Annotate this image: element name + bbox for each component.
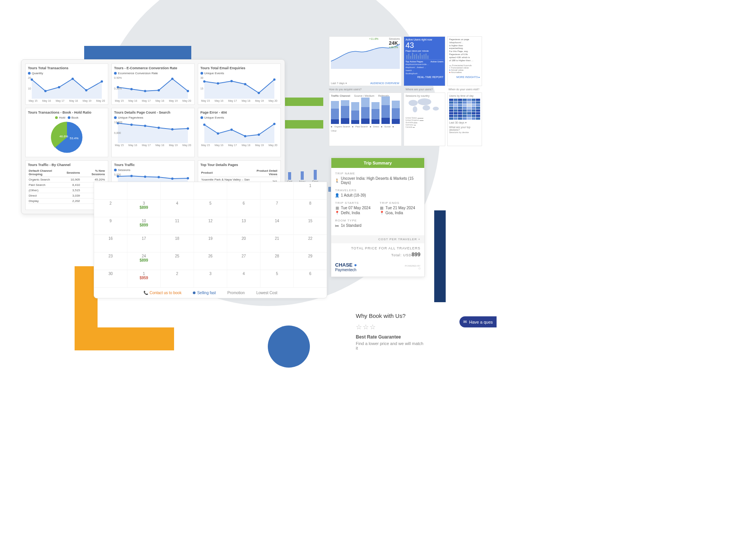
svg-point-12 bbox=[409, 100, 418, 106]
svg-point-34 bbox=[273, 78, 275, 81]
calendar-day[interactable]: 12 bbox=[194, 217, 227, 234]
svg-point-19 bbox=[58, 86, 60, 88]
svg-point-18 bbox=[44, 90, 47, 92]
calendar-day[interactable]: 9 bbox=[94, 217, 127, 234]
card-transactions: Tours Total Transactions Quantity 2010 M… bbox=[25, 63, 108, 105]
calendar-day[interactable]: 5 bbox=[261, 270, 294, 287]
svg-point-26 bbox=[158, 89, 160, 91]
calendar-day[interactable]: 15 bbox=[294, 217, 327, 234]
calendar-day[interactable]: 4 bbox=[227, 270, 261, 287]
svg-point-30 bbox=[217, 82, 219, 85]
tab-traffic[interactable]: Traffic Channel bbox=[331, 94, 350, 97]
svg-point-47 bbox=[244, 135, 246, 137]
svg-point-44 bbox=[203, 124, 205, 126]
calendar-day[interactable]: 1$959 bbox=[127, 270, 161, 287]
svg-point-49 bbox=[273, 123, 275, 125]
svg-point-42 bbox=[171, 128, 174, 130]
svg-rect-6 bbox=[418, 55, 419, 59]
svg-rect-3 bbox=[412, 53, 413, 59]
svg-point-52 bbox=[144, 176, 147, 178]
cost-toggle[interactable]: COST PER TRAVELER + bbox=[331, 235, 424, 243]
calendar-day[interactable]: 23 bbox=[94, 252, 127, 270]
calendar-day[interactable]: 17 bbox=[127, 235, 161, 252]
audience-link[interactable]: AUDIENCE OVERVIEW bbox=[370, 82, 399, 85]
calendar-day[interactable]: 7 bbox=[261, 200, 294, 217]
calendar-day[interactable]: 25 bbox=[161, 252, 194, 270]
decorative-orange bbox=[75, 327, 174, 350]
mini-chart: Oct Nov Dec bbox=[287, 164, 318, 184]
promotion-label: Promotion bbox=[227, 291, 245, 295]
calendar-day[interactable]: 11 bbox=[161, 217, 194, 234]
calendar-day[interactable]: 22 bbox=[294, 235, 327, 252]
svg-rect-11 bbox=[427, 55, 428, 59]
svg-rect-8 bbox=[422, 55, 423, 59]
calendar-day[interactable]: 2 bbox=[161, 270, 194, 287]
decorative-circle bbox=[268, 326, 310, 368]
section-title: Why Book with Us? bbox=[356, 313, 425, 319]
calendar-day[interactable]: 6 bbox=[227, 200, 261, 217]
svg-point-46 bbox=[230, 129, 233, 131]
calendar-day[interactable]: 8 bbox=[294, 200, 327, 217]
calendar-day[interactable]: 4 bbox=[161, 200, 194, 217]
calendar-day[interactable]: 26 bbox=[194, 252, 227, 270]
calendar-day[interactable]: 10$899 bbox=[127, 217, 161, 234]
chase-logo: CHASE ●Paymentech bbox=[335, 262, 357, 272]
svg-point-31 bbox=[230, 80, 233, 82]
svg-point-29 bbox=[203, 80, 205, 83]
svg-point-51 bbox=[130, 175, 133, 177]
tab-source[interactable]: Source / Medium bbox=[354, 94, 375, 97]
calendar-day[interactable]: 28 bbox=[261, 252, 294, 270]
svg-point-22 bbox=[101, 80, 103, 83]
svg-point-24 bbox=[130, 88, 133, 90]
calendar-day[interactable]: 18 bbox=[161, 235, 194, 252]
card-title: Tours Total Transactions bbox=[28, 66, 106, 70]
calendar-day[interactable]: 29 bbox=[294, 252, 327, 270]
decorative-green bbox=[285, 98, 323, 106]
calendar-day[interactable]: 6 bbox=[294, 270, 327, 287]
selling-fast-label: Selling fast bbox=[193, 291, 216, 295]
calendar-day[interactable]: 14 bbox=[261, 217, 294, 234]
date-range-select[interactable]: Last 7 days ▾ bbox=[331, 82, 347, 85]
svg-point-16 bbox=[413, 106, 417, 112]
analytics-panel: Sessions24K+28.5% +11.8% Last 7 days ▾AU… bbox=[329, 36, 482, 159]
calendar-day[interactable]: 5 bbox=[194, 200, 227, 217]
calendar-day[interactable]: 27 bbox=[227, 252, 261, 270]
svg-point-15 bbox=[433, 107, 439, 111]
svg-point-48 bbox=[257, 133, 260, 136]
person-icon: 👤 bbox=[335, 194, 339, 197]
phone-icon: 📞 bbox=[143, 291, 148, 295]
realtime-link[interactable]: REAL-TIME REPORT bbox=[406, 76, 443, 78]
card-enquiries: Tours Total Email Enquiries Unique Event… bbox=[198, 63, 281, 105]
calendar-day[interactable]: 21 bbox=[261, 235, 294, 252]
svg-point-32 bbox=[244, 83, 246, 85]
calendar-legend: 📞Contact us to book Selling fast Promoti… bbox=[94, 288, 327, 298]
calendar-day[interactable]: 30 bbox=[94, 270, 127, 287]
calendar-day[interactable]: 2 bbox=[94, 200, 127, 217]
calendar-day[interactable]: 19 bbox=[194, 235, 227, 252]
panel-title: Trip Summary bbox=[331, 158, 424, 168]
calendar-day[interactable]: 13 bbox=[227, 217, 261, 234]
calendar-day[interactable]: 3$899 bbox=[127, 200, 161, 217]
calendar-day[interactable]: 16 bbox=[94, 235, 127, 252]
chat-button[interactable]: ✉ Have a ques bbox=[459, 316, 497, 327]
card-pie: Tours Transactions - Book - Hold Ratio H… bbox=[25, 108, 108, 157]
star-rating: ☆☆☆ bbox=[356, 323, 425, 331]
svg-rect-0 bbox=[406, 55, 407, 59]
date-range-select[interactable]: Last 30 days ▾ bbox=[449, 120, 480, 124]
calendar-day[interactable]: 3 bbox=[194, 270, 227, 287]
svg-point-21 bbox=[85, 89, 87, 91]
calendar-day[interactable]: 20 bbox=[227, 235, 261, 252]
decorative-bar bbox=[434, 210, 446, 302]
contact-link[interactable]: 📞Contact us to book bbox=[143, 291, 181, 295]
feature-text: Find a lower price and we will match it bbox=[356, 341, 425, 350]
calendar-day[interactable]: 24$899 bbox=[127, 252, 161, 270]
svg-rect-5 bbox=[416, 54, 417, 59]
svg-point-33 bbox=[257, 92, 260, 94]
svg-point-55 bbox=[187, 177, 189, 179]
card-404: Page Error - 404 Unique Events May 15May… bbox=[198, 108, 281, 157]
insights-link[interactable]: MORE INSIGHTS ▸ bbox=[449, 76, 480, 79]
calendar-day[interactable]: 1 bbox=[294, 182, 327, 199]
svg-point-39 bbox=[130, 124, 133, 126]
svg-point-43 bbox=[187, 127, 189, 130]
card-conversion: Tours - E-Commerce Converstion Rate Ecom… bbox=[111, 63, 194, 105]
